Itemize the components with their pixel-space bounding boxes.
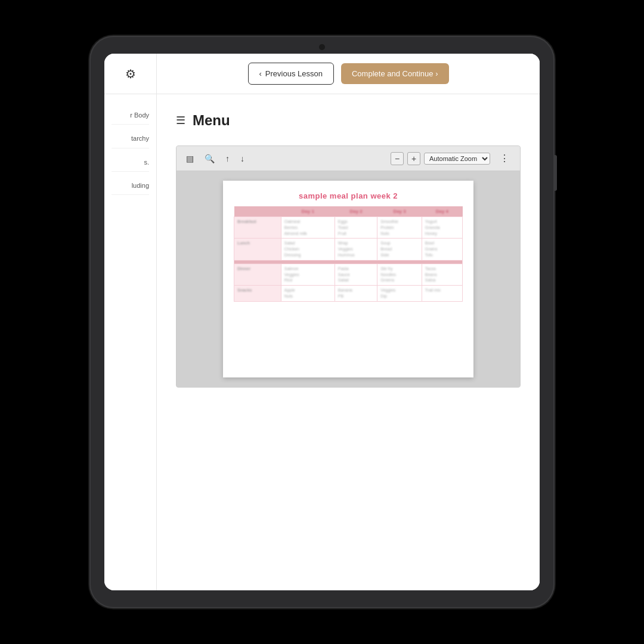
sidebar-item-s[interactable]: s. xyxy=(112,153,149,172)
cell: SalmonVeggiesRice xyxy=(281,264,335,285)
row-label-breakfast: Breakfast xyxy=(234,217,281,239)
cell: Stir fryNoodlesGreens xyxy=(377,264,422,285)
table-row: Breakfast OatmealBerriesAlmond milk Eggs… xyxy=(234,217,463,239)
sidebar-nav: r Body tarchy s. luding xyxy=(104,94,156,207)
pdf-more-options-button[interactable]: ⋮ xyxy=(496,150,513,166)
pdf-page: sample meal plan week 2 Day 1 Day 2 Day … xyxy=(223,181,473,377)
cell: WrapVeggiesHummus xyxy=(335,239,377,260)
cell: TacosBeansSalsa xyxy=(422,264,462,285)
complete-btn-label: Complete and Continue › xyxy=(352,69,438,78)
sidebar-item-luding[interactable]: luding xyxy=(112,177,149,195)
cell: AppleNuts xyxy=(281,286,335,302)
tablet-screen: ⚙ r Body tarchy s. luding xyxy=(104,54,540,590)
pdf-viewer: ▤ 🔍 ↑ ↓ − + Automatic Zoom 50% 75% xyxy=(176,145,521,388)
pdf-toolbar: ▤ 🔍 ↑ ↓ − + Automatic Zoom 50% 75% xyxy=(177,146,520,171)
top-nav-bar: ‹ Previous Lesson Complete and Continue … xyxy=(157,54,540,94)
pdf-search-icon[interactable]: 🔍 xyxy=(202,151,217,166)
cell: BananaPB xyxy=(335,286,377,302)
table-row: Snacks AppleNuts BananaPB VeggiesDip Tra… xyxy=(234,286,463,302)
row-label-lunch: Lunch xyxy=(234,239,281,260)
sidebar: ⚙ r Body tarchy s. luding xyxy=(104,54,157,590)
prev-chevron-icon: ‹ xyxy=(259,69,262,78)
cell: PastaSauceSalad xyxy=(335,264,377,285)
row-label-dinner: Dinner xyxy=(234,264,281,285)
pdf-zoom-in-button[interactable]: + xyxy=(407,152,420,165)
sidebar-header: ⚙ xyxy=(104,54,156,94)
pdf-page-area: sample meal plan week 2 Day 1 Day 2 Day … xyxy=(177,171,520,387)
col-header-day3: Day 3 xyxy=(377,206,422,217)
pdf-up-icon[interactable]: ↑ xyxy=(223,151,232,166)
sidebar-item-tarchy[interactable]: tarchy xyxy=(112,129,149,148)
col-header-day2: Day 2 xyxy=(335,206,377,217)
page-title: Menu xyxy=(193,112,230,129)
tablet-frame: ⚙ r Body tarchy s. luding xyxy=(89,36,555,608)
complete-continue-button[interactable]: Complete and Continue › xyxy=(341,63,449,84)
meal-plan-table: Day 1 Day 2 Day 3 Day 4 Breakfast xyxy=(234,206,463,302)
cell: EggsToastFruit xyxy=(335,217,377,239)
hamburger-icon: ☰ xyxy=(176,114,185,127)
meal-plan-title: sample meal plan week 2 xyxy=(299,191,398,200)
pdf-zoom-select[interactable]: Automatic Zoom 50% 75% 100% 150% xyxy=(424,153,490,165)
cell: YogurtGranolaHoney xyxy=(422,217,462,239)
col-header-day1: Day 1 xyxy=(281,206,335,217)
page-title-row: ☰ Menu xyxy=(176,112,521,129)
col-header-label xyxy=(234,206,281,217)
row-label-snacks: Snacks xyxy=(234,286,281,302)
page-body: ☰ Menu ▤ 🔍 ↑ ↓ − + xyxy=(157,94,540,590)
sidebar-item-body[interactable]: r Body xyxy=(112,106,149,125)
pdf-zoom-controls: − + Automatic Zoom 50% 75% 100% 150% xyxy=(391,152,490,165)
cell: BowlGrainsTofu xyxy=(422,239,462,260)
previous-lesson-button[interactable]: ‹ Previous Lesson xyxy=(248,63,334,85)
col-header-day4: Day 4 xyxy=(422,206,462,217)
prev-btn-label: Previous Lesson xyxy=(265,69,323,78)
table-row: Dinner SalmonVeggiesRice PastaSauceSalad… xyxy=(234,264,463,285)
table-row: Lunch SaladChickenDressing WrapVeggiesHu… xyxy=(234,239,463,260)
cell: OatmealBerriesAlmond milk xyxy=(281,217,335,239)
cell: SmoothieProteinNuts xyxy=(377,217,422,239)
pdf-sidebar-icon[interactable]: ▤ xyxy=(184,151,196,166)
pdf-down-icon[interactable]: ↓ xyxy=(238,151,247,166)
gear-icon[interactable]: ⚙ xyxy=(125,67,136,81)
cell: Trail mix xyxy=(422,286,462,302)
pdf-zoom-out-button[interactable]: − xyxy=(391,152,404,165)
main-content: ‹ Previous Lesson Complete and Continue … xyxy=(157,54,540,590)
cell: SoupBreadSide xyxy=(377,239,422,260)
cell: SaladChickenDressing xyxy=(281,239,335,260)
cell: VeggiesDip xyxy=(377,286,422,302)
